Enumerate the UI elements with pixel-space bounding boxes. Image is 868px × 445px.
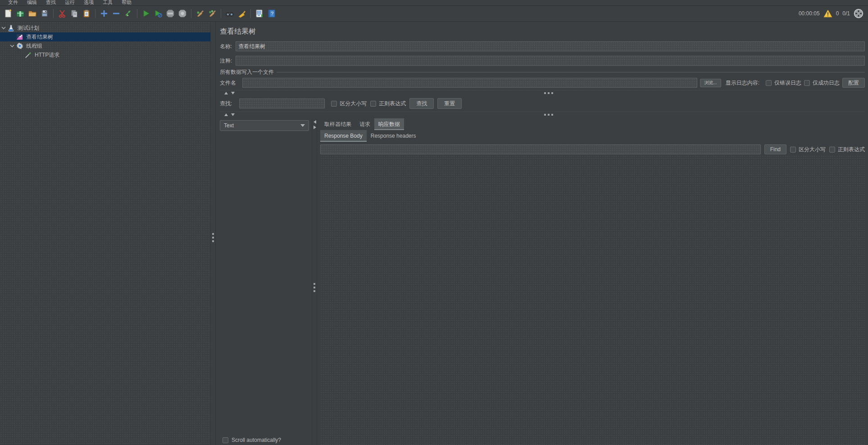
elapsed-timer: 00:00:05 (799, 10, 820, 17)
test-state-icon (854, 9, 863, 18)
cut-icon[interactable] (57, 8, 68, 19)
name-input[interactable] (236, 41, 865, 51)
tab-request[interactable]: 请求 (355, 118, 374, 130)
templates-icon[interactable] (15, 8, 26, 19)
toolbar-separator (221, 9, 221, 18)
tree-main-splitter[interactable] (210, 22, 216, 445)
content-area: 测试计划 查看结果树 线程组 HTTP请求 (0, 22, 868, 445)
view-results-tree-panel: 查看结果树 名称: 注释: 所有数据写入一个文件 文件名 浏览... 显示日志内… (216, 22, 868, 445)
filename-label: 文件名 (220, 79, 236, 87)
chevron-down-icon (300, 124, 305, 127)
toolbar-separator (137, 9, 137, 18)
search-regex-checkbox[interactable] (370, 101, 376, 107)
search-input[interactable] (239, 99, 325, 108)
toggle-icon[interactable] (123, 8, 134, 19)
configure-button[interactable]: 配置 (842, 78, 865, 88)
scroll-automatically-checkbox[interactable] (223, 437, 228, 443)
tree-item-thread-group[interactable]: 线程组 (0, 41, 210, 50)
menu-help[interactable]: 帮助 (117, 0, 136, 5)
http-request-icon (24, 51, 32, 58)
menu-tools[interactable]: 工具 (98, 0, 117, 5)
detail-tabbar: 取样器结果 请求 响应数据 (320, 118, 865, 130)
search-case-checkbox[interactable] (331, 101, 337, 107)
collapse-right-icon[interactable] (314, 126, 316, 129)
warning-icon[interactable] (823, 9, 832, 18)
chevron-down-icon[interactable] (9, 45, 16, 47)
page-title: 查看结果树 (220, 27, 865, 37)
tree-item-label: HTTP请求 (35, 51, 59, 59)
view-results-tree-icon (16, 33, 23, 40)
tab-response-data[interactable]: 响应数据 (374, 118, 404, 130)
search-case-label: 区分大小写 (340, 100, 367, 108)
response-find-input[interactable] (320, 144, 761, 154)
tree-item-label: 查看结果树 (26, 33, 53, 41)
start-icon[interactable] (141, 8, 151, 19)
search-find-button[interactable]: 查找 (409, 98, 434, 109)
scroll-automatically-label: Scroll automatically? (232, 437, 281, 443)
toolbar-separator (95, 9, 95, 18)
collapse-up-icon[interactable] (224, 113, 228, 116)
shutdown-icon[interactable] (177, 8, 188, 19)
menu-options[interactable]: 选项 (79, 0, 98, 5)
collapse-down-icon[interactable] (231, 113, 235, 116)
tab-sampler-result[interactable]: 取样器结果 (320, 118, 355, 130)
test-plan-icon (7, 24, 15, 31)
errors-only-label: 仅错误日志 (774, 79, 801, 87)
paste-icon[interactable] (81, 8, 92, 19)
view-mode-value: Text (224, 122, 234, 129)
menu-edit[interactable]: 编辑 (23, 0, 41, 5)
search-reset-button[interactable]: 重置 (437, 98, 462, 109)
stop-icon[interactable] (165, 8, 176, 19)
file-search-splitter[interactable] (220, 90, 865, 95)
clear-all-icon[interactable] (207, 8, 218, 19)
write-results-section: 所有数据写入一个文件 (220, 68, 865, 76)
filename-input[interactable] (242, 78, 697, 88)
expand-all-icon[interactable] (99, 8, 109, 19)
tree-item-view-results-tree[interactable]: 查看结果树 (0, 32, 210, 41)
tree-item-test-plan[interactable]: 测试计划 (0, 23, 210, 32)
splitter-grip-icon[interactable] (314, 283, 315, 292)
search-label: 查找: (220, 100, 232, 108)
collapse-all-icon[interactable] (111, 8, 122, 19)
tree-item-label: 测试计划 (18, 24, 39, 32)
success-only-checkbox[interactable] (804, 80, 810, 86)
open-file-icon[interactable] (27, 8, 38, 19)
collapse-up-icon[interactable] (224, 92, 228, 94)
response-regex-label: 正则表达式 (838, 146, 865, 153)
warning-count: 0 (836, 10, 839, 17)
response-regex-checkbox[interactable] (829, 147, 835, 153)
view-mode-dropdown[interactable]: Text (220, 120, 309, 131)
start-no-pauses-icon[interactable] (153, 8, 164, 19)
help-icon[interactable]: ? (266, 8, 277, 19)
collapse-left-icon[interactable] (314, 120, 316, 124)
toolbar-separator (250, 9, 251, 18)
results-detail-splitter[interactable] (312, 118, 317, 445)
comment-input[interactable] (236, 56, 865, 66)
tree-item-http-request[interactable]: HTTP请求 (0, 50, 210, 59)
errors-only-checkbox[interactable] (766, 80, 772, 86)
menu-file[interactable]: 文件 (4, 0, 23, 5)
function-helper-icon[interactable] (254, 8, 265, 19)
response-find-button[interactable]: Find (764, 144, 786, 154)
menu-search[interactable]: 查找 (41, 0, 60, 5)
splitter-grip-icon[interactable] (212, 233, 214, 242)
tab-response-body[interactable]: Response Body (320, 130, 367, 142)
response-case-checkbox[interactable] (790, 147, 796, 153)
response-body-view[interactable] (320, 155, 865, 445)
save-icon[interactable] (39, 8, 50, 19)
menu-run[interactable]: 运行 (60, 0, 79, 5)
new-file-icon[interactable] (3, 8, 14, 19)
splitter-grip-icon[interactable] (544, 92, 553, 94)
copy-icon[interactable] (69, 8, 80, 19)
comment-label: 注释: (220, 57, 232, 65)
collapse-down-icon[interactable] (231, 92, 235, 94)
thread-group-icon (16, 42, 23, 49)
splitter-grip-icon[interactable] (544, 114, 553, 116)
tab-response-headers[interactable]: Response headers (367, 130, 420, 142)
clear-search-icon[interactable] (236, 8, 247, 19)
browse-button[interactable]: 浏览... (700, 79, 721, 87)
clear-icon[interactable] (195, 8, 205, 19)
search-results-splitter[interactable] (220, 112, 865, 117)
chevron-down-icon[interactable] (0, 27, 7, 29)
search-icon[interactable] (224, 8, 235, 19)
